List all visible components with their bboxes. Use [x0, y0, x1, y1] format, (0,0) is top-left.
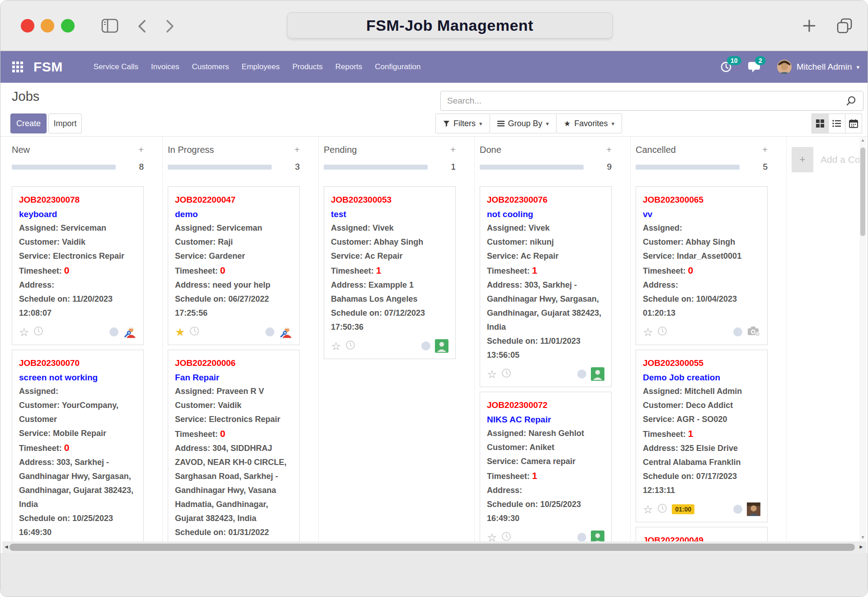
nav-item-configuration[interactable]: Configuration	[375, 62, 420, 71]
tab-overview-icon[interactable]	[836, 17, 853, 36]
priority-star-icon[interactable]: ☆	[487, 369, 497, 380]
add-column-button[interactable]: +	[792, 147, 813, 172]
add-record-icon[interactable]: +	[294, 145, 300, 155]
job-customer: Customer: Aniket	[487, 441, 604, 455]
job-title: not cooling	[487, 207, 604, 221]
horizontal-scrollbar-thumb[interactable]	[9, 544, 855, 551]
column-progress-bar[interactable]	[324, 165, 428, 170]
search-icon[interactable]	[846, 95, 857, 106]
calendar-view-button[interactable]	[845, 114, 862, 133]
kanban-card[interactable]: JOB202200006Fan RepairAssigned: Praveen …	[168, 350, 300, 541]
create-button[interactable]: Create	[10, 114, 47, 133]
kanban-card[interactable]: JOB202200049	[636, 527, 768, 541]
camera-placeholder-icon	[747, 325, 760, 337]
job-service: Service: Electronics Repair	[19, 249, 137, 263]
job-address: Address:	[487, 483, 604, 498]
search-input[interactable]	[441, 96, 846, 106]
apps-menu-icon[interactable]	[12, 61, 24, 73]
column-progress-bar[interactable]	[12, 165, 116, 170]
column-progress-bar[interactable]	[636, 165, 740, 170]
filters-button[interactable]: Filters ▾	[435, 114, 490, 133]
scroll-up-arrow-icon[interactable]: ▲	[859, 138, 866, 142]
scroll-left-arrow-icon[interactable]: ◄	[4, 544, 9, 550]
nav-item-service-calls[interactable]: Service Calls	[94, 62, 138, 71]
column-progress-bar[interactable]	[168, 165, 272, 170]
kanban-status-dot[interactable]	[265, 327, 274, 336]
activity-clock-icon[interactable]	[33, 326, 43, 338]
kanban-card[interactable]: JOB202300065vvAssigned:Customer: Abhay S…	[636, 186, 768, 345]
zoom-window-button[interactable]	[61, 19, 75, 33]
kanban-card[interactable]: JOB202300053testAssigned: VivekCustomer:…	[324, 186, 456, 359]
kanban-card[interactable]: JOB202300070screen not workingAssigned:C…	[12, 350, 144, 541]
add-record-icon[interactable]: +	[762, 145, 768, 155]
job-id: JOB202300072	[487, 398, 604, 412]
add-record-icon[interactable]: +	[450, 145, 456, 155]
priority-star-icon[interactable]: ☆	[643, 327, 653, 338]
scroll-down-arrow-icon[interactable]: ▼	[859, 535, 866, 540]
minimize-window-button[interactable]	[41, 19, 54, 33]
nav-item-customers[interactable]: Customers	[192, 62, 229, 71]
priority-star-icon[interactable]: ☆	[643, 504, 653, 515]
list-view-button[interactable]	[828, 114, 845, 133]
back-button-icon[interactable]	[136, 19, 148, 36]
forward-button-icon[interactable]	[164, 19, 176, 36]
browser-tab-title[interactable]: FSM-Job Management	[287, 12, 613, 38]
priority-star-icon[interactable]: ★	[175, 327, 185, 338]
vertical-scrollbar[interactable]: ▲ ▼	[859, 137, 866, 540]
user-menu[interactable]: Mitchell Admin ▾	[777, 59, 859, 75]
activity-clock-icon[interactable]	[501, 368, 511, 380]
kanban-card[interactable]: JOB202300076not coolingAssigned: VivekCu…	[480, 186, 612, 387]
add-record-icon[interactable]: +	[138, 145, 144, 155]
kanban-status-dot[interactable]	[577, 370, 586, 379]
kanban-card[interactable]: JOB202300072NIKS AC RepairAssigned: Nare…	[480, 392, 612, 541]
column-progress-bar[interactable]	[480, 165, 584, 170]
app-brand[interactable]: FSM	[33, 59, 63, 75]
job-schedule: Schedule on: 07/12/2023 17:50:36	[331, 306, 448, 334]
import-button[interactable]: Import	[48, 114, 82, 133]
priority-star-icon[interactable]: ☆	[331, 341, 341, 352]
green-user-avatar[interactable]	[591, 367, 604, 381]
mechanic-avatar[interactable]	[123, 325, 137, 339]
messages-button[interactable]: 2	[748, 61, 761, 73]
nav-item-products[interactable]: Products	[292, 62, 323, 71]
kanban-view-button[interactable]	[811, 114, 829, 133]
green-user-avatar[interactable]	[591, 531, 604, 541]
kanban-card[interactable]: JOB202200047demoAssigned: ServicemanCust…	[168, 186, 300, 345]
kanban-card[interactable]: JOB202300078keyboardAssigned: Serviceman…	[12, 186, 144, 345]
column-record-count: 8	[139, 162, 144, 172]
mechanic-avatar[interactable]	[279, 325, 292, 339]
group-by-button[interactable]: Group By ▾	[490, 114, 557, 133]
kanban-status-dot[interactable]	[733, 505, 742, 514]
scroll-right-arrow-icon[interactable]: ►	[859, 544, 864, 550]
card-footer-left: ☆01:00	[643, 503, 733, 515]
add-record-icon[interactable]: +	[606, 145, 612, 155]
kanban-status-dot[interactable]	[109, 327, 118, 336]
horizontal-scrollbar[interactable]: ◄ ►	[2, 541, 867, 553]
priority-star-icon[interactable]: ☆	[19, 327, 29, 338]
activity-clock-icon[interactable]	[657, 503, 667, 515]
green-user-avatar[interactable]	[435, 339, 448, 353]
new-tab-icon[interactable]	[802, 18, 817, 35]
kanban-status-dot[interactable]	[421, 341, 430, 351]
job-assigned: Assigned: Vivek	[331, 221, 448, 235]
activities-button[interactable]: 10	[720, 61, 732, 73]
vertical-scrollbar-thumb[interactable]	[860, 147, 865, 236]
job-assigned: Assigned: Serviceman	[175, 221, 292, 235]
kanban-status-dot[interactable]	[577, 533, 586, 541]
priority-star-icon[interactable]: ☆	[487, 532, 497, 542]
sidebar-toggle-icon[interactable]	[101, 18, 119, 36]
kanban-card[interactable]: JOB202300055Demo Job creationAssigned: M…	[636, 350, 768, 522]
activity-clock-icon[interactable]	[501, 531, 511, 541]
photo-avatar[interactable]	[747, 502, 760, 516]
activity-clock-icon[interactable]	[657, 326, 667, 338]
close-window-button[interactable]	[21, 19, 34, 33]
nav-item-invoices[interactable]: Invoices	[151, 62, 179, 71]
activity-clock-icon[interactable]	[189, 326, 199, 338]
nav-item-reports[interactable]: Reports	[335, 62, 363, 71]
activity-clock-icon[interactable]	[345, 340, 355, 352]
card-footer-left: ☆	[487, 368, 577, 380]
camera-avatar[interactable]	[747, 325, 760, 339]
nav-item-employees[interactable]: Employees	[242, 62, 280, 71]
kanban-status-dot[interactable]	[733, 327, 742, 336]
favorites-button[interactable]: ★ Favorites ▾	[556, 114, 622, 133]
